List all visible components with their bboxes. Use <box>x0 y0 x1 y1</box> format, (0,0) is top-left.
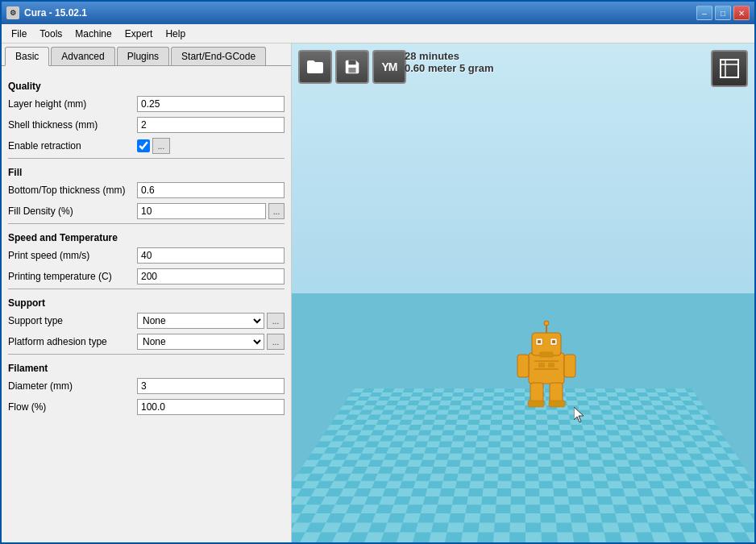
checkbox-retraction[interactable] <box>137 139 150 152</box>
separator-4 <box>8 354 285 355</box>
viewport-top-right-button[interactable] <box>711 50 748 87</box>
svg-rect-10 <box>552 340 555 343</box>
tab-basic[interactable]: Basic <box>5 47 49 66</box>
label-support-type: Support type <box>8 315 137 326</box>
form-row-platform-adhesion: Platform adhesion type None Brim Raft ..… <box>8 333 285 351</box>
menu-tools[interactable]: Tools <box>33 27 69 41</box>
app-window: ⚙ Cura - 15.02.1 – □ ✕ File Tools Machin… <box>0 0 756 544</box>
youmagine-button[interactable]: YM <box>372 50 406 84</box>
robot-model <box>514 317 579 413</box>
menu-help[interactable]: Help <box>159 27 192 41</box>
save-icon <box>343 58 361 76</box>
form-row-shell-thickness: Shell thickness (mm) <box>8 116 285 134</box>
tab-start-end-gcode[interactable]: Start/End-GCode <box>171 47 266 65</box>
tab-plugins[interactable]: Plugins <box>117 47 169 65</box>
support-type-extra-btn[interactable]: ... <box>267 313 285 329</box>
form-row-layer-height: Layer height (mm) <box>8 95 285 113</box>
minimize-button[interactable]: – <box>696 6 712 20</box>
svg-rect-14 <box>538 363 545 368</box>
form-content: Quality Layer height (mm) Shell thicknes… <box>2 66 291 542</box>
label-shell-thickness: Shell thickness (mm) <box>8 119 137 131</box>
label-retraction: Enable retraction <box>8 140 137 152</box>
svg-rect-21 <box>549 401 565 407</box>
section-header-filament: Filament <box>8 363 285 374</box>
main-content: Basic Advanced Plugins Start/End-GCode Q… <box>2 44 754 542</box>
label-print-temp: Printing temperature (C) <box>8 271 137 282</box>
checkbox-wrapper-retraction <box>137 139 150 152</box>
select-platform-adhesion[interactable]: None Brim Raft <box>137 334 264 350</box>
print-material: 0.60 meter 5 gram <box>405 62 494 74</box>
svg-rect-17 <box>564 355 575 377</box>
menu-machine[interactable]: Machine <box>69 27 118 41</box>
separator-1 <box>8 158 285 159</box>
svg-rect-0 <box>307 64 323 73</box>
print-time: 28 minutes <box>405 50 494 62</box>
3d-viewport[interactable]: YM 28 minutes 0.60 meter 5 gram <box>292 44 754 542</box>
close-button[interactable]: ✕ <box>733 6 750 20</box>
input-shell-thickness[interactable] <box>137 117 285 133</box>
section-header-quality: Quality <box>8 81 285 92</box>
title-bar: ⚙ Cura - 15.02.1 – □ ✕ <box>2 2 754 24</box>
form-row-flow: Flow (%) <box>8 398 285 416</box>
svg-rect-20 <box>528 401 544 407</box>
form-row-print-speed: Print speed (mm/s) <box>8 247 285 264</box>
section-header-support: Support <box>8 297 285 309</box>
input-fill-density[interactable] <box>137 203 266 219</box>
label-flow: Flow (%) <box>8 401 137 413</box>
ym-label: YM <box>382 60 397 73</box>
menu-bar: File Tools Machine Expert Help <box>2 24 754 44</box>
tab-advanced[interactable]: Advanced <box>51 47 114 65</box>
input-bottom-top[interactable] <box>137 182 285 198</box>
fill-density-extra-btn[interactable]: ... <box>268 203 285 219</box>
open-file-button[interactable] <box>298 50 332 84</box>
menu-file[interactable]: File <box>5 27 33 41</box>
svg-rect-16 <box>517 355 529 377</box>
save-file-button[interactable] <box>335 50 369 84</box>
input-flow[interactable] <box>137 399 285 415</box>
input-print-speed[interactable] <box>137 247 285 264</box>
input-diameter[interactable] <box>137 378 285 394</box>
input-layer-height[interactable] <box>137 96 285 112</box>
robot-svg <box>514 317 579 413</box>
select-wrapper-adhesion: None Brim Raft ... <box>137 334 285 350</box>
label-diameter: Diameter (mm) <box>8 380 137 392</box>
svg-rect-1 <box>348 68 355 73</box>
select-wrapper-support: None Touching buildplate Everywhere ... <box>137 313 285 329</box>
form-row-retraction: Enable retraction ... <box>8 137 285 155</box>
separator-3 <box>8 289 285 289</box>
label-print-speed: Print speed (mm/s) <box>8 250 137 261</box>
label-bottom-top: Bottom/Top thickness (mm) <box>8 185 137 196</box>
title-bar-left: ⚙ Cura - 15.02.1 <box>6 6 87 19</box>
menu-expert[interactable]: Expert <box>118 27 160 41</box>
tab-bar: Basic Advanced Plugins Start/End-GCode <box>2 44 291 66</box>
form-row-diameter: Diameter (mm) <box>8 377 285 395</box>
section-header-fill: Fill <box>8 167 285 178</box>
window-title: Cura - 15.02.1 <box>24 7 87 19</box>
adhesion-extra-btn[interactable]: ... <box>267 334 285 350</box>
form-row-print-temp: Printing temperature (C) <box>8 268 285 285</box>
svg-rect-11 <box>540 352 553 357</box>
retraction-extra-btn[interactable]: ... <box>152 138 170 154</box>
form-row-bottom-top: Bottom/Top thickness (mm) <box>8 181 285 199</box>
left-panel: Basic Advanced Plugins Start/End-GCode Q… <box>2 44 292 542</box>
folder-icon <box>305 57 325 77</box>
separator-2 <box>8 223 285 224</box>
layers-icon <box>717 56 741 81</box>
print-info: 28 minutes 0.60 meter 5 gram <box>405 50 494 74</box>
label-layer-height: Layer height (mm) <box>8 98 137 110</box>
svg-rect-9 <box>538 340 541 343</box>
form-row-support-type: Support type None Touching buildplate Ev… <box>8 312 285 330</box>
form-row-fill-density: Fill Density (%) ... <box>8 202 285 220</box>
maximize-button[interactable]: □ <box>715 6 731 20</box>
svg-rect-2 <box>721 60 738 77</box>
window-controls: – □ ✕ <box>696 6 750 20</box>
svg-point-23 <box>544 321 549 326</box>
select-support-type[interactable]: None Touching buildplate Everywhere <box>137 313 264 329</box>
input-print-temp[interactable] <box>137 268 285 284</box>
svg-rect-5 <box>529 353 564 384</box>
sky-background <box>292 44 754 318</box>
app-icon: ⚙ <box>6 6 19 19</box>
section-header-speed: Speed and Temperature <box>8 232 285 243</box>
label-fill-density: Fill Density (%) <box>8 206 137 217</box>
label-platform-adhesion: Platform adhesion type <box>8 336 137 347</box>
